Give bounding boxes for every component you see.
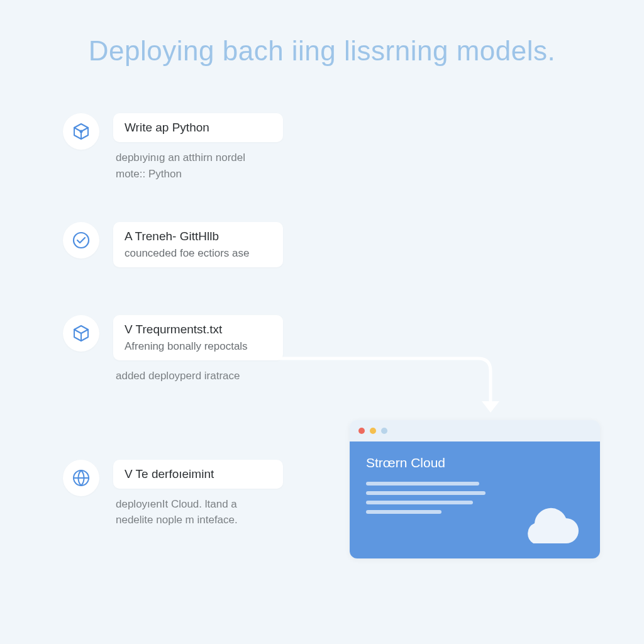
step-card-title: A Treneh- GittHllb <box>125 230 272 243</box>
svg-point-1 <box>74 233 89 248</box>
window-close-dot <box>358 428 365 434</box>
step-card-title: V Trequrmentst.txt <box>125 323 272 336</box>
step-description: depbıyinıg an atthirn nordel mote:: Pyth… <box>113 150 327 182</box>
placeholder-line <box>366 501 473 504</box>
window-max-dot <box>381 428 387 434</box>
step-card: V Te derfoıeimint <box>113 460 283 489</box>
step-desc-line: mote:: Python <box>116 168 182 180</box>
step-desc-line: deployıenIt Cloud. ltand a <box>116 498 237 510</box>
cube-outline-icon <box>63 315 99 352</box>
step-desc-line: nedelite nople m inteface. <box>116 514 238 526</box>
step-body: V Te derfoıeimint deployıenIt Cloud. lta… <box>113 460 327 528</box>
step-body: A Treneh- GittHllb counceded foe ectiors… <box>113 222 327 275</box>
step-desc-line: depbıyinıg an atthirn nordel <box>116 152 245 164</box>
cloud-icon <box>518 507 581 547</box>
browser-app-title: Strœrn Cloud <box>366 455 584 470</box>
steps-list: Write ap Python depbıyinıg an atthirn no… <box>63 113 327 569</box>
step-item: Write ap Python depbıyinıg an atthirn no… <box>63 113 327 182</box>
step-item: A Treneh- GittHllb counceded foe ectiors… <box>63 222 327 275</box>
check-circle-icon <box>63 222 99 258</box>
placeholder-line <box>366 482 479 486</box>
browser-window: Strœrn Cloud <box>350 420 600 558</box>
step-card-title: Write ap Python <box>125 121 272 135</box>
step-description: added deployperd iratrace <box>113 368 327 384</box>
step-desc-line: added deployperd iratrace <box>116 370 240 382</box>
placeholder-line <box>366 510 441 514</box>
step-item: V Te derfoıeimint deployıenIt Cloud. lta… <box>63 460 327 528</box>
svg-point-0 <box>80 130 83 133</box>
step-card-title: V Te derfoıeimint <box>125 467 272 481</box>
window-min-dot <box>370 428 376 434</box>
step-card: V Trequrmentst.txt Afrening bonally repo… <box>113 315 283 360</box>
cube-icon <box>63 113 99 150</box>
globe-icon <box>63 460 99 496</box>
step-item: V Trequrmentst.txt Afrening bonally repo… <box>63 315 327 384</box>
step-card: Write ap Python <box>113 113 283 142</box>
step-body: Write ap Python depbıyinıg an atthirn no… <box>113 113 327 182</box>
step-description: deployıenIt Cloud. ltand a nedelite nopl… <box>113 496 327 528</box>
browser-body: Strœrn Cloud <box>350 441 600 558</box>
step-body: V Trequrmentst.txt Afrening bonally repo… <box>113 315 327 384</box>
page-title: Deploying bach iing lissrning models. <box>0 35 644 67</box>
step-card: A Treneh- GittHllb counceded foe ectiors… <box>113 222 283 267</box>
step-card-subtitle: counceded foe ectiors ase <box>125 247 272 260</box>
placeholder-line <box>366 491 486 495</box>
step-card-subtitle: Afrening bonally repoctals <box>125 340 272 353</box>
browser-titlebar <box>350 420 600 441</box>
